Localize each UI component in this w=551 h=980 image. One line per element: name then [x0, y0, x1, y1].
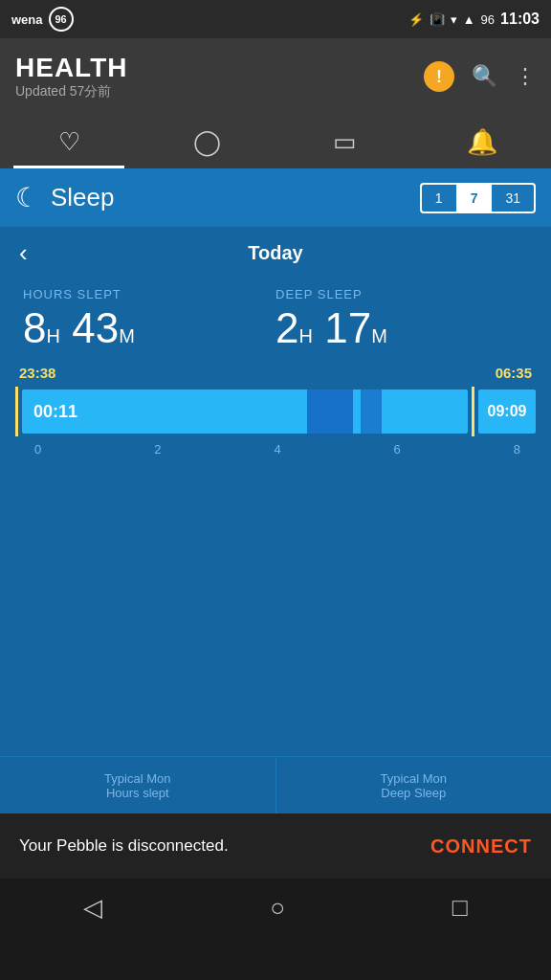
- header: HEALTH Updated 57分前 ! 🔍 ⋮: [0, 38, 551, 115]
- axis-6: 6: [394, 442, 401, 457]
- tab-bar: ♡ ◯ ▭ 🔔: [0, 115, 551, 168]
- sleep-bar-main: 00:11: [22, 390, 468, 434]
- sleep-header: ☾ Sleep 1 7 31: [0, 168, 551, 227]
- typical-hours-slept: Typical Mon Hours slept: [0, 756, 276, 813]
- tab-pages[interactable]: ▭: [276, 115, 413, 168]
- sleep-title-group: ☾ Sleep: [15, 182, 115, 213]
- status-time: 11:03: [500, 11, 540, 28]
- status-bar: wena 96 ⚡ 📳 ▾ ▲ 96 11:03: [0, 0, 551, 38]
- header-subtitle: Updated 57分前: [15, 83, 127, 100]
- sleep-end-time: 09:09: [478, 390, 536, 434]
- tab-notifications[interactable]: 🔔: [413, 115, 551, 168]
- end-timestamp: 06:35: [496, 365, 532, 381]
- disconnect-banner: Your Pebble is disconnected. CONNECT: [0, 813, 551, 879]
- hours-slept-stat: HOURS SLEPT 8H 43M: [23, 287, 276, 349]
- sleep-start-time: 00:11: [22, 402, 77, 422]
- signal-icon: ▲: [463, 12, 475, 27]
- wena-label: wena: [11, 12, 43, 27]
- nav-title: Today: [248, 242, 302, 264]
- period-7-button[interactable]: 7: [457, 185, 493, 212]
- recents-nav-button[interactable]: □: [452, 893, 468, 923]
- more-button[interactable]: ⋮: [515, 64, 536, 89]
- app-title: HEALTH: [15, 53, 127, 83]
- axis-2: 2: [154, 442, 161, 457]
- tab-health[interactable]: ♡: [0, 115, 138, 168]
- typical-deep-sleep: Typical Mon Deep Sleep: [276, 756, 552, 813]
- period-31-button[interactable]: 31: [492, 185, 534, 212]
- axis-0: 0: [34, 442, 41, 457]
- time-axis: 0 2 4 6 8: [15, 438, 536, 457]
- tab-clock[interactable]: ◯: [138, 115, 276, 168]
- nav-back-button[interactable]: ‹: [19, 238, 28, 268]
- deep-sleep-segment-1: [307, 390, 353, 434]
- timeline-section: 23:38 06:35 00:11 09:09 0 2 4 6 8: [0, 357, 551, 457]
- axis-4: 4: [274, 442, 280, 457]
- deep-sleep-segment-2: [361, 390, 382, 434]
- clock-icon: ◯: [193, 127, 221, 157]
- pages-icon: ▭: [333, 127, 357, 157]
- wifi-icon: ▾: [451, 12, 457, 27]
- status-icons: ⚡ 📳 ▾ ▲ 96 11:03: [408, 11, 540, 28]
- timeline-timestamps: 23:38 06:35: [15, 365, 536, 381]
- sleep-title: Sleep: [51, 183, 115, 212]
- hours-slept-value: 8H 43M: [23, 307, 276, 349]
- disconnect-message: Your Pebble is disconnected.: [19, 836, 229, 856]
- timeline-bar: 00:11 09:09: [15, 385, 536, 438]
- period-1-button[interactable]: 1: [422, 185, 457, 212]
- date-navigation: ‹ Today: [0, 227, 551, 272]
- deep-sleep-value: 2H 17M: [276, 307, 528, 349]
- vibrate-icon: 📳: [430, 12, 445, 27]
- typical-hours-line2: Hours slept: [106, 786, 169, 800]
- axis-8: 8: [514, 442, 520, 457]
- home-nav-button[interactable]: ○: [270, 893, 285, 923]
- back-nav-button[interactable]: ◁: [83, 893, 102, 923]
- heart-icon: ♡: [58, 127, 80, 157]
- sleep-icon: ☾: [15, 182, 39, 213]
- connect-button[interactable]: CONNECT: [430, 835, 532, 858]
- search-button[interactable]: 🔍: [472, 64, 497, 89]
- nav-bar: ◁ ○ □: [0, 879, 551, 936]
- hours-slept-label: HOURS SLEPT: [23, 287, 276, 301]
- battery-icon: 96: [481, 12, 495, 27]
- deep-sleep-stat: DEEP SLEEP 2H 17M: [276, 287, 528, 349]
- typical-hours-line1: Typical Mon: [104, 771, 170, 786]
- typical-deep-line1: Typical Mon: [381, 771, 447, 786]
- period-buttons: 1 7 31: [420, 183, 536, 213]
- alert-icon[interactable]: !: [424, 61, 454, 92]
- sleep-section: ☾ Sleep 1 7 31 ‹ Today HOURS SLEPT 8H 43…: [0, 168, 551, 813]
- typical-deep-line2: Deep Sleep: [381, 786, 446, 800]
- typical-section: Typical Mon Hours slept Typical Mon Deep…: [0, 756, 551, 813]
- deep-sleep-label: DEEP SLEEP: [276, 287, 528, 301]
- wena-badge: 96: [49, 7, 74, 32]
- start-timestamp: 23:38: [19, 365, 55, 381]
- start-marker: [15, 387, 18, 436]
- header-left: HEALTH Updated 57分前: [15, 53, 127, 100]
- bell-icon: 🔔: [467, 127, 497, 157]
- end-marker: [472, 387, 474, 436]
- stats-row: HOURS SLEPT 8H 43M DEEP SLEEP 2H 17M: [0, 272, 551, 357]
- status-left: wena 96: [11, 7, 74, 32]
- bluetooth-icon: ⚡: [408, 12, 424, 27]
- header-icons: ! 🔍 ⋮: [424, 61, 536, 92]
